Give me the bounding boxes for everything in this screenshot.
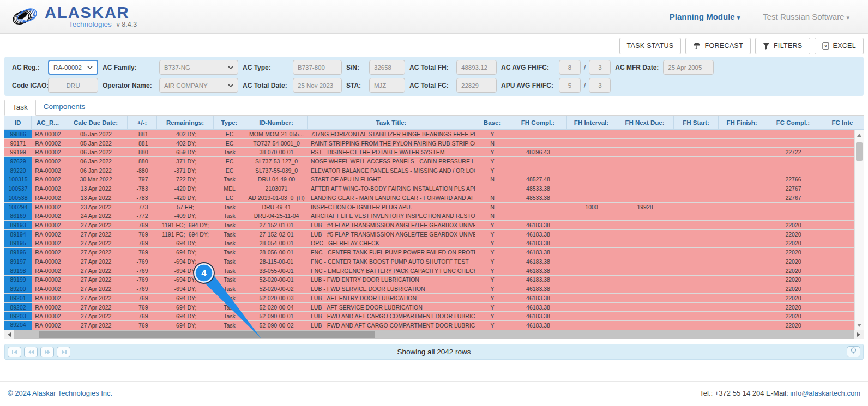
cell: -769 xyxy=(128,266,157,275)
ac-total-fc-label: AC Total FC: xyxy=(409,82,452,89)
column-header-5[interactable]: Remainings: xyxy=(157,116,214,129)
next-page-button[interactable] xyxy=(40,347,54,357)
column-header-3[interactable]: Calc Due Date: xyxy=(64,116,128,129)
table-row[interactable]: 90171RA-0000205 Jan 2022-881-402 DY;ECTO… xyxy=(4,139,854,148)
ac-avg-fhfc-input-a-value: 8 xyxy=(568,64,571,71)
ac-type-input[interactable]: B737-800 xyxy=(293,60,342,75)
horizontal-scroll-thumb[interactable] xyxy=(39,331,375,338)
table-row[interactable]: 89200RA-0000227 Apr 2022-769-694 DY;Task… xyxy=(4,284,854,294)
cell xyxy=(821,184,854,193)
table-row[interactable]: 97629RA-0000206 Jan 2022-880-371 DY;ECSL… xyxy=(4,157,854,166)
ac-avg-fhfc-input-b[interactable]: 3 xyxy=(589,60,611,75)
table-row[interactable]: 99199RA-0000206 Jan 2022-880-659 DY;Task… xyxy=(4,148,854,157)
first-page-button[interactable] xyxy=(8,347,21,357)
column-header-12[interactable]: FH Next Due: xyxy=(616,116,674,129)
account-menu[interactable]: Test Russian Software▾ xyxy=(763,12,849,21)
code-icao-input[interactable]: DRU xyxy=(48,78,98,93)
planning-module-menu[interactable]: Planning Module▾ xyxy=(670,12,740,21)
column-header-10[interactable]: FH Compl.: xyxy=(509,116,567,129)
table-row[interactable]: 89195RA-0000227 Apr 2022-769-694 DY;Task… xyxy=(4,239,854,249)
sta-input[interactable]: MJZ xyxy=(369,78,405,93)
cell: TO737-54-0001_0 xyxy=(245,139,308,148)
tab-components[interactable]: Components xyxy=(36,100,93,115)
last-page-button[interactable] xyxy=(57,347,70,357)
table-row[interactable]: 99886RA-0000205 Jan 2022-881-402 DY;ECMO… xyxy=(4,130,854,139)
vertical-scrollbar[interactable] xyxy=(854,130,864,330)
cell xyxy=(765,166,821,175)
email-link[interactable]: info@alaskartech.com xyxy=(790,389,860,397)
cell xyxy=(567,303,616,312)
cell xyxy=(567,139,616,148)
column-header-4[interactable]: +/-: xyxy=(128,116,157,129)
table-row[interactable]: 89202RA-0000227 Apr 2022-769-694 DY;Task… xyxy=(4,303,854,312)
cell: -769 xyxy=(128,294,157,302)
cell: -769 xyxy=(128,239,157,248)
operator-name-select[interactable]: AIR COMPANY xyxy=(159,78,238,93)
table-row[interactable]: 89201RA-0000227 Apr 2022-769-694 DY;Task… xyxy=(4,294,854,303)
column-header-15[interactable]: FC Compl.: xyxy=(765,116,821,129)
ac-reg-select[interactable]: RA-00002 xyxy=(48,60,98,75)
ac-total-fh-input[interactable]: 48893.12 xyxy=(456,60,497,75)
table-row[interactable]: 89198RA-0000227 Apr 2022-769-694 DY;Task… xyxy=(4,266,854,276)
column-header-7[interactable]: ID-Number: xyxy=(245,116,308,129)
cell: Task xyxy=(214,211,245,220)
cell: -694 DY; xyxy=(157,239,214,248)
scroll-down-arrow-icon[interactable] xyxy=(857,324,861,327)
table-row[interactable]: 89197RA-0000227 Apr 2022-769-694 DY;Task… xyxy=(4,257,854,266)
table-row[interactable]: 89203RA-0000227 Apr 2022-769-694 DY;Task… xyxy=(4,312,854,321)
column-header-8[interactable]: Task Title: xyxy=(308,116,475,129)
filters-button[interactable]: FILTERS xyxy=(755,38,810,54)
scroll-up-arrow-icon[interactable] xyxy=(857,134,861,137)
column-header-9[interactable]: Base: xyxy=(475,116,509,129)
copyright-link[interactable]: © 2024 Alaskar Technologies Inc. xyxy=(8,389,112,397)
column-header-11[interactable]: FH Interval: xyxy=(567,116,616,129)
task-status-button[interactable]: TASK STATUS xyxy=(619,38,682,54)
hint-button[interactable] xyxy=(847,346,860,357)
cell: Y xyxy=(475,312,509,320)
serial-number-input[interactable]: 32658 xyxy=(369,60,405,75)
table-row[interactable]: 89199RA-0000227 Apr 2022-769-694 DY;Task… xyxy=(4,276,854,285)
cell xyxy=(719,184,765,193)
ac-total-fc-input[interactable]: 22829 xyxy=(456,78,497,93)
cell: N xyxy=(475,211,509,220)
ac-family-select-value: B737-NG xyxy=(164,64,190,71)
table-row[interactable]: 100315RA-0000230 Mar 2022-797-722 DY;Tas… xyxy=(4,175,854,185)
cell: -772 xyxy=(128,211,157,220)
apu-avg-fhfc-input-b[interactable]: 3 xyxy=(589,78,611,93)
cell: 27 Apr 2022 xyxy=(64,248,128,257)
table-row[interactable]: 89220RA-0000206 Jan 2022-880-371 DY;ECSL… xyxy=(4,166,854,175)
cell: RA-00002 xyxy=(32,284,64,293)
prev-page-button[interactable] xyxy=(24,347,38,357)
forecast-button[interactable]: FORECAST xyxy=(685,38,750,54)
apu-avg-fhfc-input-a[interactable]: 5 xyxy=(559,78,581,93)
table-row[interactable]: 89196RA-0000227 Apr 2022-769-694 DY;Task… xyxy=(4,248,854,257)
vertical-scroll-thumb[interactable] xyxy=(856,142,863,161)
table-row[interactable]: 89194RA-0000227 Apr 2022-7691191 FC; -69… xyxy=(4,230,854,239)
table-row[interactable]: 100538RA-0000213 Apr 2022-783-420 DY;ECA… xyxy=(4,193,854,203)
cell: EC xyxy=(214,157,245,166)
table-row[interactable]: 100537RA-0000213 Apr 2022-783-420 DY;MEL… xyxy=(4,184,854,193)
table-row[interactable]: 89204RA-0000227 Apr 2022-769-694 DY;Task… xyxy=(4,321,854,330)
cell: 89220 xyxy=(4,166,32,175)
excel-button[interactable]: xEXCEL xyxy=(815,38,864,54)
column-header-13[interactable]: FH Start: xyxy=(674,116,719,129)
ac-total-date-input[interactable]: 25 Nov 2023 xyxy=(293,78,342,93)
cell xyxy=(616,294,674,302)
column-header-1[interactable]: ID xyxy=(4,116,32,129)
scroll-left-arrow-icon[interactable] xyxy=(4,330,14,339)
ac-mfr-date-input[interactable]: 25 Apr 2005 xyxy=(663,60,714,75)
cell xyxy=(509,166,567,175)
column-header-14[interactable]: FH Finish: xyxy=(719,116,765,129)
horizontal-scrollbar[interactable] xyxy=(4,330,864,339)
table-row[interactable]: 89193RA-0000227 Apr 2022-7691191 FC; -69… xyxy=(4,221,854,230)
ac-family-select[interactable]: B737-NG xyxy=(159,60,238,75)
ac-avg-fhfc-input-a[interactable]: 8 xyxy=(559,60,581,75)
table-row[interactable]: 86169RA-0000224 Apr 2022-772-409 DY;Task… xyxy=(4,211,854,221)
column-header-2[interactable]: AC_R... xyxy=(32,116,64,129)
tab-task[interactable]: Task xyxy=(4,100,36,116)
column-header-16[interactable]: FC Inte xyxy=(821,116,864,129)
ac-mfr-date-input-value: 25 Apr 2005 xyxy=(668,64,702,71)
scroll-right-arrow-icon[interactable] xyxy=(854,330,864,339)
column-header-6[interactable]: Type: xyxy=(214,116,245,129)
table-row[interactable]: 100294RA-0000223 Apr 2022-77357 FH;TaskD… xyxy=(4,203,854,212)
